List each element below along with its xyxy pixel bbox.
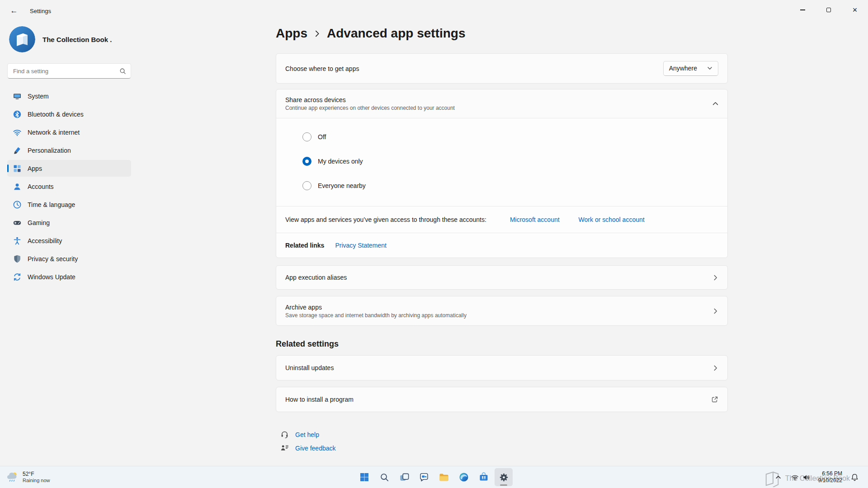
microsoft-store-button[interactable] bbox=[475, 468, 493, 486]
minimize-button[interactable] bbox=[789, 0, 816, 20]
windows-logo-icon bbox=[359, 472, 370, 483]
window-title: Settings bbox=[30, 8, 51, 14]
row-title: Uninstall updates bbox=[285, 364, 334, 371]
edge-button[interactable] bbox=[455, 468, 473, 486]
gear-icon bbox=[499, 472, 509, 483]
tray-time: 6:56 PM bbox=[818, 470, 842, 477]
hidden-icons-button[interactable] bbox=[774, 473, 783, 482]
system-icon bbox=[13, 92, 22, 101]
close-button[interactable]: × bbox=[842, 0, 868, 20]
network-volume-button[interactable] bbox=[789, 472, 812, 483]
row-subtitle: Save storage space and internet bandwidt… bbox=[285, 312, 467, 319]
footer-links: Get help Give feedback bbox=[276, 430, 728, 452]
sidebar-item-label: Accounts bbox=[28, 183, 54, 190]
settings-window: ← Settings × The Collection Book . bbox=[0, 0, 868, 488]
get-help-row[interactable]: Get help bbox=[280, 430, 728, 439]
search-input[interactable] bbox=[13, 68, 119, 75]
breadcrumb-apps[interactable]: Apps bbox=[276, 26, 307, 41]
share-expander-header[interactable]: Share across devices Continue app experi… bbox=[276, 89, 727, 118]
get-apps-dropdown[interactable]: Anywhere bbox=[663, 61, 718, 76]
sidebar-item-label: System bbox=[28, 93, 49, 100]
chat-bubble-icon bbox=[419, 472, 429, 483]
radio-checked-icon[interactable] bbox=[302, 157, 311, 166]
clock[interactable]: 6:56 PM 9/10/2022 bbox=[818, 470, 842, 484]
chevron-right-icon bbox=[712, 308, 718, 314]
paintbrush-icon bbox=[13, 146, 22, 155]
sidebar-item-time-language[interactable]: Time & language bbox=[7, 196, 131, 213]
clock-icon bbox=[13, 200, 22, 209]
bell-icon bbox=[850, 473, 859, 482]
radio-label: My devices only bbox=[318, 158, 363, 165]
related-links-row: Related links Privacy Statement bbox=[276, 233, 727, 258]
tray-date: 9/10/2022 bbox=[818, 477, 842, 484]
share-options-group: Off My devices only Everyone nearby bbox=[276, 118, 727, 206]
radio-label: Off bbox=[318, 133, 326, 141]
dropdown-value: Anywhere bbox=[669, 65, 697, 72]
share-title: Share across devices bbox=[285, 96, 455, 103]
sidebar-item-label: Apps bbox=[28, 165, 42, 172]
taskbar-search-button[interactable] bbox=[375, 468, 393, 486]
task-view-button[interactable] bbox=[395, 468, 413, 486]
search-icon bbox=[119, 68, 126, 75]
sidebar-item-label: Time & language bbox=[28, 201, 75, 208]
speaker-icon bbox=[802, 474, 810, 481]
chat-button[interactable] bbox=[415, 468, 433, 486]
privacy-statement-link[interactable]: Privacy Statement bbox=[335, 242, 387, 249]
uninstall-updates-row[interactable]: Uninstall updates bbox=[276, 355, 728, 380]
weather-widget[interactable]: 52°F Raining now bbox=[0, 466, 57, 488]
edge-browser-icon bbox=[458, 472, 469, 483]
choose-where-card: Choose where to get apps Anywhere bbox=[276, 53, 728, 84]
user-account-block[interactable]: The Collection Book . bbox=[9, 26, 129, 52]
back-button[interactable]: ← bbox=[5, 3, 24, 19]
radio-option-off[interactable]: Off bbox=[302, 125, 718, 149]
file-explorer-button[interactable] bbox=[435, 468, 453, 486]
chevron-right-icon bbox=[712, 365, 718, 371]
accounts-access-row: View apps and services you’ve given acce… bbox=[276, 206, 727, 233]
sidebar-item-accessibility[interactable]: Accessibility bbox=[7, 232, 131, 249]
row-title: Archive apps bbox=[285, 304, 467, 311]
sidebar-item-accounts[interactable]: Accounts bbox=[7, 178, 131, 195]
radio-icon[interactable] bbox=[302, 181, 311, 190]
related-settings-heading: Related settings bbox=[276, 339, 728, 349]
radio-label: Everyone nearby bbox=[318, 182, 366, 189]
titlebar: ← Settings × bbox=[0, 0, 868, 22]
radio-option-my-devices-only[interactable]: My devices only bbox=[302, 149, 718, 174]
notifications-button[interactable] bbox=[849, 471, 861, 483]
caption-buttons: × bbox=[789, 0, 868, 20]
main-content: Apps Advanced app settings Choose where … bbox=[136, 22, 868, 466]
sidebar-item-label: Windows Update bbox=[28, 273, 75, 281]
taskbar: 52°F Raining now The Collection Book bbox=[0, 466, 868, 488]
sidebar-item-personalization[interactable]: Personalization bbox=[7, 142, 131, 159]
share-across-devices-card: Share across devices Continue app experi… bbox=[276, 89, 728, 258]
sidebar-item-network-internet[interactable]: Network & internet bbox=[7, 124, 131, 141]
minimize-icon bbox=[800, 9, 805, 10]
sidebar-item-gaming[interactable]: Gaming bbox=[7, 214, 131, 231]
settings-button[interactable] bbox=[495, 468, 513, 486]
user-name: The Collection Book . bbox=[42, 36, 112, 43]
chevron-up-icon[interactable] bbox=[712, 101, 718, 107]
give-feedback-row[interactable]: Give feedback bbox=[280, 444, 728, 452]
back-arrow-icon: ← bbox=[10, 6, 18, 15]
radio-icon[interactable] bbox=[302, 132, 311, 141]
give-feedback-link[interactable]: Give feedback bbox=[295, 445, 336, 452]
radio-option-everyone-nearby[interactable]: Everyone nearby bbox=[302, 174, 718, 198]
start-button[interactable] bbox=[355, 468, 373, 486]
sidebar-item-label: Privacy & security bbox=[28, 255, 78, 263]
sidebar-nav: System Bluetooth & devices Network & int… bbox=[7, 88, 131, 286]
maximize-button[interactable] bbox=[816, 0, 842, 20]
archive-apps-row[interactable]: Archive apps Save storage space and inte… bbox=[276, 296, 728, 326]
page-title: Advanced app settings bbox=[327, 26, 466, 41]
microsoft-account-link[interactable]: Microsoft account bbox=[510, 216, 560, 223]
sidebar-item-apps[interactable]: Apps bbox=[7, 160, 131, 177]
sidebar-item-windows-update[interactable]: Windows Update bbox=[7, 268, 131, 285]
get-help-link[interactable]: Get help bbox=[295, 431, 319, 438]
sidebar-item-label: Accessibility bbox=[28, 237, 62, 244]
weather-temp: 52°F bbox=[23, 471, 50, 477]
sidebar-item-privacy-security[interactable]: Privacy & security bbox=[7, 250, 131, 267]
sidebar-item-system[interactable]: System bbox=[7, 88, 131, 104]
how-to-install-row[interactable]: How to install a program bbox=[276, 387, 728, 412]
work-school-account-link[interactable]: Work or school account bbox=[579, 216, 645, 223]
row-title: App execution aliases bbox=[285, 274, 347, 281]
app-execution-aliases-row[interactable]: App execution aliases bbox=[276, 265, 728, 290]
sidebar-item-bluetooth-devices[interactable]: Bluetooth & devices bbox=[7, 106, 131, 122]
